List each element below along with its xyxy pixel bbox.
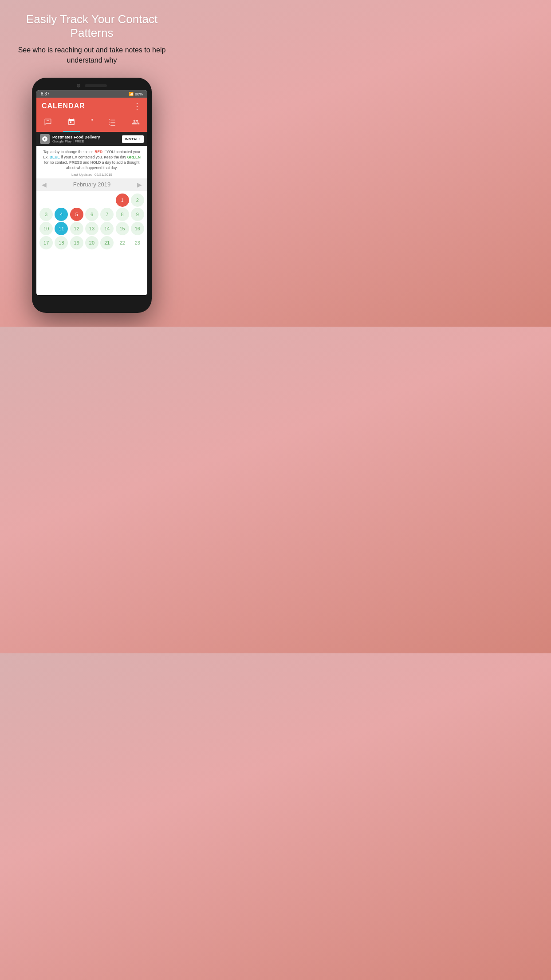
- promo-title: Easily Track Your Contact Patterns: [9, 12, 175, 40]
- cal-empty-1: [39, 194, 53, 207]
- cal-day-8[interactable]: 8: [116, 208, 129, 221]
- cal-day-1[interactable]: 1: [116, 194, 129, 207]
- people-icon: [132, 118, 140, 128]
- nav-tabs: ": [36, 115, 147, 132]
- cal-empty-3: [70, 194, 83, 207]
- next-month-button[interactable]: ▶: [137, 181, 142, 188]
- cal-day-12[interactable]: 12: [70, 222, 83, 235]
- cal-day-16[interactable]: 16: [131, 222, 144, 235]
- cal-day-4[interactable]: 4: [55, 208, 68, 221]
- calendar-row-2: 3 4 5 6 7 8 9: [39, 208, 145, 221]
- calendar-icon: [67, 118, 75, 128]
- cal-day-14[interactable]: 14: [100, 222, 114, 235]
- instructions-text: Tap a day to change the color. RED if YO…: [36, 146, 147, 173]
- cal-day-18[interactable]: 18: [55, 236, 68, 249]
- cal-day-17[interactable]: 17: [39, 236, 53, 249]
- tab-people[interactable]: [127, 116, 144, 132]
- ad-install-button[interactable]: INSTALL: [122, 135, 144, 143]
- app-content: Postmates Food Delivery Google Play | FR…: [36, 132, 147, 295]
- status-icons: 📶 88%: [129, 92, 143, 96]
- cal-day-22: 22: [116, 236, 129, 249]
- ad-icon-area: [40, 134, 50, 144]
- prev-month-button[interactable]: ◀: [42, 181, 47, 188]
- ad-banner[interactable]: Postmates Food Delivery Google Play | FR…: [36, 132, 147, 146]
- menu-button[interactable]: ⋮: [133, 101, 142, 111]
- cal-day-2[interactable]: 2: [131, 194, 144, 207]
- cal-day-11[interactable]: 11: [55, 222, 68, 235]
- cal-day-7[interactable]: 7: [100, 208, 114, 221]
- calendar-nav: ◀ February 2019 ▶: [36, 178, 147, 191]
- ad-info: Postmates Food Delivery Google Play | FR…: [52, 135, 119, 143]
- phone-camera: [77, 84, 80, 87]
- cal-day-10[interactable]: 10: [39, 222, 53, 235]
- cal-day-13[interactable]: 13: [85, 222, 98, 235]
- calendar-grid: 1 2 3 4 5 6 7 8 9 10 11 12: [36, 191, 147, 295]
- chat-icon: [44, 118, 52, 128]
- app-title: CALENDAR: [42, 102, 85, 110]
- calendar-row-4: 17 18 19 20 21 22 23: [39, 236, 145, 249]
- cal-day-23: 23: [131, 236, 144, 249]
- app-header: CALENDAR ⋮: [36, 98, 147, 115]
- tab-chat[interactable]: [39, 116, 56, 132]
- wifi-icon: 📶: [129, 92, 134, 96]
- tab-checklist[interactable]: [104, 116, 121, 132]
- cal-day-20[interactable]: 20: [85, 236, 98, 249]
- cal-empty-4: [85, 194, 98, 207]
- phone-top-bar: [36, 82, 147, 90]
- cal-empty-5: [100, 194, 114, 207]
- ad-platform: Google Play | FREE: [52, 139, 119, 143]
- status-time: 8:37: [41, 91, 49, 96]
- tab-calendar[interactable]: [63, 116, 80, 132]
- status-bar: 8:37 📶 88%: [36, 90, 147, 98]
- cal-day-6[interactable]: 6: [85, 208, 98, 221]
- battery-text: 88%: [135, 92, 143, 96]
- phone-shell: 8:37 📶 88% CALENDAR ⋮: [32, 78, 152, 313]
- quote-icon: ": [91, 118, 93, 126]
- cal-day-9[interactable]: 9: [131, 208, 144, 221]
- ad-title: Postmates Food Delivery: [52, 135, 119, 139]
- ad-icon: [40, 134, 50, 144]
- promo-subtitle: See who is reaching out and take notes t…: [9, 45, 175, 65]
- calendar-row-3: 10 11 12 13 14 15 16: [39, 222, 145, 235]
- promo-section: Easily Track Your Contact Patterns See w…: [0, 0, 184, 70]
- cal-day-3[interactable]: 3: [39, 208, 53, 221]
- calendar-row-1: 1 2: [39, 194, 145, 207]
- cal-empty-2: [55, 194, 68, 207]
- checklist-icon: [108, 118, 116, 128]
- cal-day-5[interactable]: 5: [70, 208, 83, 221]
- calendar-month-title: February 2019: [73, 181, 111, 188]
- cal-day-19[interactable]: 19: [70, 236, 83, 249]
- tab-quotes[interactable]: ": [86, 116, 98, 132]
- phone-speaker: [85, 84, 107, 87]
- cal-day-21[interactable]: 21: [100, 236, 114, 249]
- last-updated: Last Updated: 02/21/2019: [36, 173, 147, 178]
- cal-day-15[interactable]: 15: [116, 222, 129, 235]
- phone-screen: 8:37 📶 88% CALENDAR ⋮: [36, 90, 147, 295]
